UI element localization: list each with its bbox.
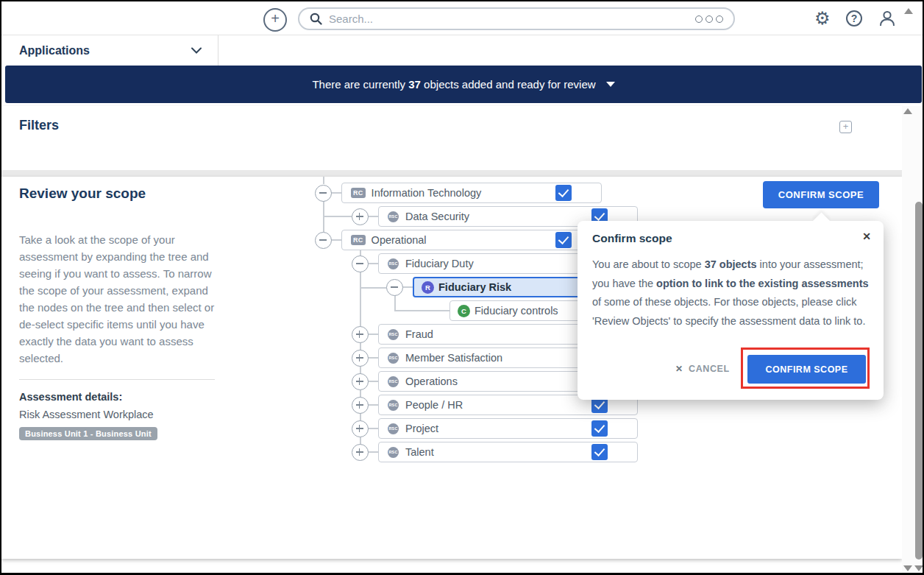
applications-label: Applications — [19, 44, 90, 57]
tree-checkbox-information-technology[interactable] — [555, 185, 572, 201]
page-scroll-down-arrow[interactable] — [914, 565, 923, 571]
r-badge-icon: R — [422, 281, 434, 294]
tree-connector — [394, 310, 450, 311]
check-icon — [558, 233, 569, 244]
tree-connector — [368, 334, 378, 335]
scrollbar-thumb[interactable] — [915, 202, 923, 560]
cancel-label: CANCEL — [689, 364, 730, 374]
banner-text: There are currently 37 objects added and… — [312, 78, 595, 91]
collapse-icon-fiduciary-duty[interactable] — [352, 255, 369, 272]
help-icon[interactable]: ? — [846, 10, 862, 27]
check-icon — [558, 186, 569, 197]
scope-description: Take a look at the scope of your assessm… — [19, 231, 219, 367]
applications-dropdown[interactable]: Applications — [1, 35, 218, 66]
tree-checkbox-operational[interactable] — [555, 232, 572, 248]
close-icon[interactable]: ✕ — [862, 230, 871, 242]
tree-node-label: Data Security — [405, 211, 469, 222]
banner-caret-icon[interactable] — [606, 82, 615, 87]
expand-icon-operations[interactable] — [352, 373, 369, 390]
tree-connector — [368, 381, 378, 382]
expand-icon-people-hr[interactable] — [352, 397, 369, 414]
dialog-confirm-scope-button[interactable]: CONFIRM SCOPE — [747, 355, 866, 384]
filters-card — [1, 106, 902, 170]
business-unit-badge: Business Unit 1 - Business Unit — [19, 427, 157, 440]
chevron-down-icon — [191, 47, 202, 54]
check-icon — [594, 422, 605, 433]
expand-icon-talent[interactable] — [352, 444, 369, 461]
expand-icon-project[interactable] — [352, 420, 369, 437]
tree-connector — [402, 286, 413, 288]
rsc-badge-icon: RSC — [388, 258, 399, 269]
tree-connector — [368, 357, 378, 359]
divider — [19, 379, 215, 380]
tree-connector — [394, 295, 396, 311]
confirm-scope-button[interactable]: CONFIRM SCOPE — [763, 181, 879, 208]
tree-connector — [323, 216, 352, 217]
rsc-badge-icon: RSC — [388, 423, 399, 434]
rc-badge-icon: RC — [351, 235, 366, 245]
tree-connector — [331, 192, 341, 194]
confirm-scope-dialog: Confirm scope ✕ You are about to scope 3… — [578, 221, 884, 400]
cancel-x-icon: ✕ — [675, 364, 683, 374]
assessment-name: Risk Assessment Workplace — [19, 409, 154, 420]
tree-node-label: Fraud — [405, 328, 433, 340]
tree-connector — [323, 177, 324, 184]
rsc-badge-icon: RSC — [388, 211, 399, 222]
card-gap — [1, 170, 902, 177]
tree-node-label: Operational — [372, 234, 427, 246]
rsc-badge-icon: RSC — [388, 376, 399, 387]
rsc-badge-icon: RSC — [388, 353, 399, 364]
check-icon — [594, 398, 605, 409]
dialog-title: Confirm scope — [592, 232, 672, 245]
tree-connector — [368, 216, 378, 217]
scrollbar-up-arrow[interactable] — [904, 8, 913, 14]
expand-icon-data-security[interactable] — [352, 208, 369, 225]
review-banner[interactable]: There are currently 37 objects added and… — [5, 66, 922, 103]
tree-connector — [368, 428, 378, 429]
page-title: Review your scope — [19, 186, 146, 202]
tree-node-label: People / HR — [405, 399, 463, 411]
cancel-button[interactable]: ✕ CANCEL — [675, 364, 730, 374]
tree-node-label: Fiduciary controls — [475, 305, 558, 317]
collapse-icon-operational[interactable] — [315, 232, 332, 249]
search-icon — [310, 13, 322, 25]
tree-node-label: Fiduciary Duty — [405, 258, 474, 269]
search-placeholder: Search... — [329, 13, 695, 25]
tree-node-label: Fiduciary Risk — [438, 281, 511, 293]
rsc-badge-icon: RSC — [388, 400, 399, 411]
rsc-badge-icon: RSC — [388, 447, 399, 458]
tree-node-label: Talent — [405, 446, 434, 458]
user-profile-icon[interactable] — [878, 9, 897, 28]
expand-filters-icon[interactable]: + — [839, 121, 852, 133]
tree-connector — [331, 239, 341, 241]
tree-node-label: Information Technology — [372, 187, 482, 199]
collapse-icon-fiduciary-risk[interactable] — [386, 279, 403, 296]
gear-icon[interactable]: ⚙ — [814, 10, 831, 27]
expand-icon-fraud[interactable] — [352, 326, 369, 343]
tree-node-label: Operations — [405, 375, 458, 387]
collapse-icon-information-technology[interactable] — [315, 185, 332, 202]
tree-connector — [368, 263, 378, 264]
tree-checkbox-project[interactable] — [591, 420, 608, 437]
check-icon — [594, 445, 605, 456]
tree-node-label: Member Satisfaction — [405, 352, 502, 364]
rc-badge-icon: RC — [351, 188, 366, 198]
tree-checkbox-talent[interactable] — [591, 444, 608, 460]
filters-title: Filters — [19, 118, 59, 133]
panel-scroll-up-arrow[interactable] — [903, 108, 912, 114]
tree-connector — [368, 451, 378, 453]
search-input[interactable]: Search... — [298, 7, 735, 30]
assessment-details-label: Assessment details: — [19, 391, 122, 403]
check-icon — [594, 210, 605, 221]
tree-node-label: Project — [405, 423, 438, 434]
rsc-badge-icon: RSC — [388, 329, 399, 340]
tree-connector — [360, 287, 386, 289]
tree-connector — [368, 404, 378, 406]
dialog-body: You are about to scope 37 objects into y… — [592, 255, 869, 331]
panel-scroll-down-arrow[interactable] — [903, 565, 912, 571]
search-options-icon[interactable] — [695, 15, 723, 23]
c-badge-icon: C — [458, 305, 470, 317]
app-window: + Search... ⚙ ? Applications There are c… — [0, 0, 924, 575]
add-icon[interactable]: + — [263, 8, 287, 32]
expand-icon-member-satisfaction[interactable] — [352, 350, 369, 367]
